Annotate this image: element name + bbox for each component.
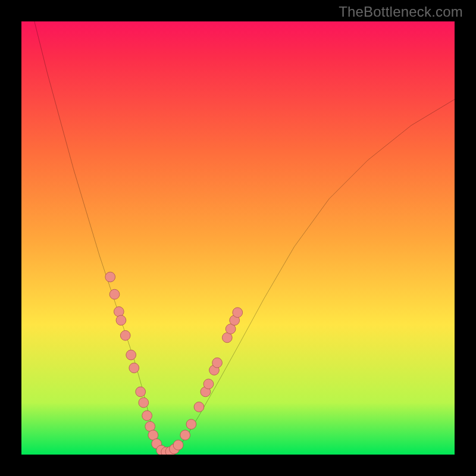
data-point <box>114 306 124 317</box>
curve-layer <box>21 21 455 455</box>
data-point <box>129 363 139 373</box>
data-point <box>233 308 243 318</box>
data-point <box>186 419 196 430</box>
bottleneck-curve <box>35 21 455 452</box>
data-point <box>136 387 146 397</box>
data-point <box>180 430 190 440</box>
data-point <box>109 289 120 299</box>
data-point <box>116 315 126 325</box>
data-point <box>105 272 115 282</box>
data-point <box>194 402 204 412</box>
data-point <box>139 397 149 408</box>
data-point <box>212 358 223 368</box>
chart-frame: TheBottleneck.com <box>0 0 476 476</box>
data-point <box>173 440 183 450</box>
data-point <box>142 411 152 421</box>
data-point <box>203 379 214 389</box>
watermark-text: TheBottleneck.com <box>339 4 463 20</box>
plot-area <box>21 21 455 455</box>
data-points <box>105 272 243 455</box>
data-point <box>120 330 130 340</box>
data-point <box>126 350 136 360</box>
